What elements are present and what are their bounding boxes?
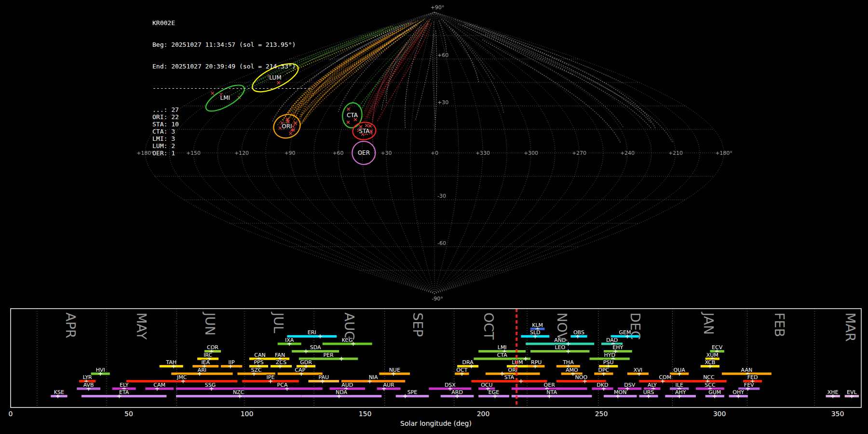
activity-label-dad: DAD bbox=[606, 337, 618, 343]
activity-label-obs: OBS bbox=[573, 329, 584, 336]
activity-label-oer: OER bbox=[544, 382, 556, 388]
activity-label-scc: SCC bbox=[705, 382, 716, 388]
activity-label-sld: SLD bbox=[530, 329, 541, 336]
activity-label-fan: FAN bbox=[275, 352, 285, 358]
shower-bars: KLMERISLDOBSGEMIXAKCGANDDADCORSDALMILEOE… bbox=[51, 322, 859, 398]
shower-count-sporadic: ...: 27 bbox=[152, 106, 311, 113]
month-label-sep: SEP bbox=[410, 312, 425, 337]
x-tick-150: 150 bbox=[359, 410, 372, 418]
activity-label-klm: KLM bbox=[532, 322, 543, 328]
activity-label-ocu: OCU bbox=[481, 382, 492, 388]
svg-text:+30: +30 bbox=[437, 99, 448, 106]
meteor-station-dashboard: LUMLMIORICTASTAOER+180°+150+120+90+60+30… bbox=[0, 0, 868, 434]
activity-label-tha: THA bbox=[562, 359, 574, 366]
shower-count-sta: STA: 10 bbox=[152, 121, 311, 128]
activity-label-xum: XUM bbox=[706, 352, 719, 358]
month-label-oct: OCT bbox=[481, 312, 496, 340]
activity-label-nia: NIA bbox=[369, 374, 378, 380]
activity-label-qua: QUA bbox=[674, 367, 686, 373]
activity-label-eri: ERI bbox=[308, 329, 316, 336]
activity-label-dsx: DSX bbox=[445, 382, 456, 388]
activity-label-cor: COR bbox=[207, 344, 218, 351]
activity-label-hyd: HYD bbox=[604, 352, 615, 358]
shower-count-oer: OER: 1 bbox=[152, 149, 311, 157]
activity-label-ohy: OHY bbox=[732, 389, 744, 395]
activity-label-ixa: IXA bbox=[285, 337, 294, 343]
svg-text:+60: +60 bbox=[437, 52, 448, 58]
activity-label-aud: AUD bbox=[341, 382, 353, 388]
activity-label-fev: FEV bbox=[744, 382, 754, 388]
activity-label-jmc: JMC bbox=[176, 374, 187, 380]
month-label-jun: JUN bbox=[203, 312, 217, 336]
activity-label-noo: NOO bbox=[575, 374, 588, 380]
svg-text:-30: -30 bbox=[437, 193, 446, 199]
x-tick-100: 100 bbox=[241, 410, 254, 418]
svg-text:-60: -60 bbox=[437, 240, 446, 246]
activity-label-gdr: GDR bbox=[300, 359, 312, 366]
activity-label-xvi: XVI bbox=[634, 367, 642, 373]
activity-label-mon: MON bbox=[614, 389, 626, 395]
shower-count-ori: ORI: 22 bbox=[152, 113, 311, 121]
activity-label-fed: FED bbox=[747, 374, 758, 380]
svg-text:+330: +330 bbox=[475, 150, 490, 156]
activity-label-cap: CAP bbox=[295, 367, 305, 373]
activity-label-amo: AMO bbox=[566, 367, 578, 373]
month-label-may: MAY bbox=[134, 312, 149, 340]
activity-label-ahy: AHY bbox=[675, 389, 686, 395]
activity-label-dkd: DKD bbox=[597, 382, 608, 388]
activity-label-ard: ARD bbox=[451, 389, 463, 395]
x-tick-300: 300 bbox=[713, 410, 726, 418]
activity-label-nue: NUE bbox=[389, 367, 400, 373]
activity-label-spe: SPE bbox=[407, 389, 418, 395]
x-axis: 050100150200250300350Solar longitude (de… bbox=[9, 410, 844, 427]
activity-label-pps: PPS bbox=[254, 359, 263, 366]
x-tick-0: 0 bbox=[9, 410, 13, 418]
activity-label-dpc: DPC bbox=[598, 367, 610, 373]
activity-label-pca: PCA bbox=[277, 382, 288, 388]
north-pole-label: +90° bbox=[431, 4, 445, 11]
radiant-label-oer: OER bbox=[358, 149, 370, 156]
month-label-feb: FEB bbox=[772, 312, 787, 337]
activity-label-iea: IEA bbox=[201, 359, 210, 366]
activity-label-lyr: LYR bbox=[83, 374, 92, 380]
activity-label-nzc: NZC bbox=[233, 389, 244, 395]
activity-label-leo: LEO bbox=[555, 344, 565, 351]
svg-text:+180°: +180° bbox=[136, 150, 154, 156]
x-tick-50: 50 bbox=[124, 410, 133, 418]
end-time: End: 20251027 20:39:49 (sol = 214.33°) bbox=[152, 63, 311, 70]
activity-label-ari: ARI bbox=[198, 367, 206, 373]
shower-count-lum: LUM: 2 bbox=[152, 142, 311, 149]
activity-label-and: AND bbox=[554, 337, 566, 343]
activity-label-pau: PAU bbox=[318, 374, 329, 380]
activity-label-ssg: SSG bbox=[205, 382, 216, 388]
activity-label-urs: URS bbox=[643, 389, 654, 395]
shower-count-lmi: LMI: 3 bbox=[152, 135, 311, 142]
activity-label-xcb: XCB bbox=[705, 359, 715, 366]
activity-label-cta: CTA bbox=[497, 352, 508, 358]
activity-label-dsv: DSV bbox=[624, 382, 635, 388]
month-label-mar: MAR bbox=[843, 312, 858, 342]
activity-label-avb: AVB bbox=[83, 382, 94, 388]
sky-and-activity-chart: LUMLMIORICTASTAOER+180°+150+120+90+60+30… bbox=[0, 0, 868, 434]
observation-info-panel: KR002E Beg: 20251027 11:34:57 (sol = 213… bbox=[152, 5, 311, 171]
activity-label-sta: STA bbox=[504, 374, 515, 380]
south-pole-label: -90° bbox=[432, 296, 443, 302]
activity-label-ile: ILE bbox=[676, 382, 683, 388]
activity-label-zcs: ZCS bbox=[276, 359, 286, 366]
separator-line: ----------------------------------------… bbox=[152, 84, 311, 92]
activity-label-ncc: NCC bbox=[703, 374, 715, 380]
month-labels: APRMAYJUNJULAUGSEPOCTNOVDECJANFEBMAR bbox=[63, 312, 858, 342]
activity-label-iip: IIP bbox=[229, 359, 235, 366]
x-tick-350: 350 bbox=[831, 410, 844, 418]
activity-label-rpu: RPU bbox=[531, 359, 542, 366]
activity-label-lmi: LMI bbox=[498, 344, 507, 351]
activity-label-ege: EGE bbox=[488, 389, 499, 395]
activity-label-evl: EVL bbox=[847, 389, 857, 395]
activity-label-com: COM bbox=[659, 374, 671, 380]
activity-label-aur: AUR bbox=[383, 382, 394, 388]
activity-label-eta: ETA bbox=[119, 389, 129, 395]
svg-text:+30: +30 bbox=[380, 150, 392, 156]
radiant-label-sta: STA bbox=[359, 128, 370, 135]
activity-label-aan: AAN bbox=[741, 367, 753, 373]
x-tick-200: 200 bbox=[477, 410, 490, 418]
